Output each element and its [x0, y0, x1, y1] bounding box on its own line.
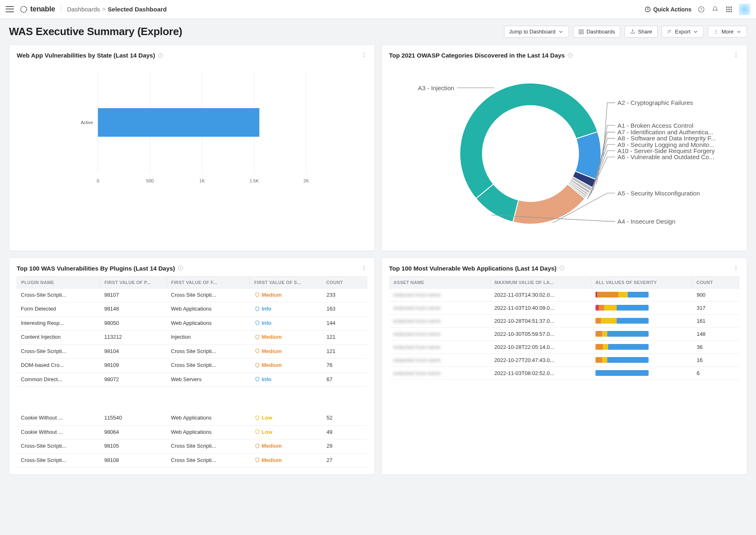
tenable-logo-icon [20, 5, 28, 13]
svg-text:i: i [180, 266, 181, 269]
cell-severity: Low [250, 426, 323, 440]
table-row[interactable]: redacted-host-name2022-10-28T04:51:37.0.… [389, 315, 740, 328]
col-severity[interactable]: ALL VALUES OF SEVERITY [591, 277, 692, 288]
dashboards-button[interactable]: Dashboards [573, 26, 620, 38]
svg-rect-8 [729, 9, 730, 10]
widget-owasp-donut: Top 2021 OWASP Categories Discovered in … [381, 44, 747, 251]
table-row[interactable]: redacted-host-name2022-11-03T08:02:52.0.… [389, 367, 740, 380]
col-count[interactable]: COUNT [692, 277, 739, 288]
table-row[interactable]: DOM-based Cro...98109Cross Site Scripti.… [17, 359, 367, 373]
cell-first-f: Web Applications [167, 317, 250, 331]
widget-top-assets: Top 100 Most Vulnerable Web Applications… [381, 258, 747, 475]
clock-icon [644, 6, 651, 13]
col-first-s[interactable]: FIRST VALUE OF S... [250, 277, 322, 288]
svg-point-61 [736, 267, 736, 268]
table-body: Cookie Without ...115540Web Applications… [17, 411, 367, 468]
cell-first-p: 98109 [100, 359, 167, 373]
table-row[interactable]: redacted-host-name2022-11-03T10:40:09.0.… [389, 302, 740, 315]
quick-actions-button[interactable]: Quick Actions [644, 6, 691, 13]
cell-sev-bar [591, 367, 693, 380]
svg-rect-7 [726, 9, 727, 10]
widget-vulns-by-state: Web App Vulnerabilities by State (Last 1… [9, 44, 375, 251]
breadcrumb: Dashboards > Selected Dashboard [67, 6, 167, 13]
svg-point-39 [736, 52, 736, 53]
widget-menu-icon[interactable] [733, 264, 739, 272]
more-button[interactable]: More [708, 26, 747, 38]
export-button[interactable]: Export [662, 26, 704, 38]
cell-severity: Medium [250, 440, 323, 453]
help-icon[interactable]: ? [697, 5, 705, 13]
table-row[interactable]: Cross-Site Scripti...98107Cross Site Scr… [17, 289, 367, 303]
svg-point-60 [736, 265, 736, 266]
share-button[interactable]: Share [624, 26, 658, 38]
svg-point-24 [364, 56, 364, 57]
table-body: Cross-Site Scripti...98107Cross Site Scr… [17, 289, 367, 387]
cell-severity: Medium [250, 454, 323, 468]
cell-asset-name: redacted-host-name [389, 341, 491, 353]
info-icon[interactable]: i [178, 265, 183, 271]
table-row[interactable]: Interesting Resp...98050Web Applications… [17, 317, 367, 331]
shield-icon [254, 415, 260, 421]
avatar[interactable] [739, 4, 750, 15]
svg-text:1K: 1K [199, 178, 205, 183]
cell-asset-name: redacted-host-name [389, 315, 491, 327]
severity-bar [595, 292, 649, 297]
table-row[interactable]: redacted-host-name2022-10-27T20:47:43.0.… [389, 354, 740, 367]
table-row[interactable]: redacted-host-name2022-10-30T05:59:57.0.… [389, 328, 740, 341]
info-icon[interactable]: i [158, 53, 163, 58]
widget-menu-icon[interactable] [733, 51, 739, 59]
col-first-f[interactable]: FIRST VALUE OF F... [167, 277, 250, 288]
cell-last: 2022-10-27T20:47:43.0... [490, 354, 591, 366]
cell-severity: Medium [250, 359, 323, 373]
shield-icon [254, 348, 260, 354]
col-asset-name[interactable]: ASSET NAME [390, 277, 491, 288]
widget-menu-icon[interactable] [361, 264, 367, 272]
table-row[interactable]: Common Direct...98072Web Servers Info67 [17, 373, 367, 387]
cell-plugin-name: Content Injection [17, 331, 100, 344]
svg-rect-11 [729, 11, 730, 12]
table-row[interactable]: Form Detected98148Web Applications Info1… [17, 302, 367, 317]
breadcrumb-root[interactable]: Dashboards [67, 6, 100, 13]
svg-text:A4 - Insecure Design: A4 - Insecure Design [617, 218, 675, 225]
col-count[interactable]: COUNT [322, 277, 367, 288]
widget-menu-icon[interactable] [361, 51, 367, 59]
shield-icon [254, 443, 260, 449]
cell-count: 6 [693, 367, 739, 380]
severity-bar [595, 318, 649, 324]
severity-badge: Medium [254, 334, 282, 340]
svg-rect-13 [579, 29, 581, 31]
cell-severity: Info [250, 317, 323, 331]
shield-icon [254, 306, 260, 312]
svg-text:A6 - Vulnerable and Outdated C: A6 - Vulnerable and Outdated Co... [617, 153, 714, 160]
table-row[interactable]: redacted-host-name2022-11-03T14:30:02.0.… [389, 289, 740, 302]
table-row[interactable]: Content Injection113212Injection Medium1… [17, 331, 367, 345]
cell-count: 317 [693, 302, 739, 314]
cell-sev-bar [591, 354, 693, 366]
svg-text:A1 - Broken Access Control: A1 - Broken Access Control [617, 122, 693, 129]
svg-point-18 [716, 31, 716, 32]
apps-grid-icon[interactable] [725, 5, 733, 13]
table-row[interactable]: Cross-Site Scripti...98105Cross Site Scr… [17, 440, 367, 454]
widget-title: Top 100 Most Vulnerable Web Applications… [389, 265, 557, 272]
table-row[interactable]: Cross-Site Scripti...98108Cross Site Scr… [17, 454, 367, 468]
cell-count: 49 [323, 426, 367, 440]
info-icon[interactable]: i [559, 265, 565, 271]
col-first-p[interactable]: FIRST VALUE OF P... [100, 277, 167, 288]
jump-to-dashboard-button[interactable]: Jump to Dashboard [504, 26, 569, 38]
cell-first-f: Cross Site Scripti... [167, 359, 250, 373]
col-plugin-name[interactable]: PLUGIN NAME [17, 277, 100, 288]
table-row[interactable]: redacted-host-name2022-10-28T22:05:14.0.… [389, 341, 740, 354]
brand-logo[interactable]: tenable [20, 5, 61, 13]
info-icon[interactable]: i [567, 53, 573, 58]
cell-first-p: 98050 [100, 317, 167, 331]
menu-icon[interactable] [6, 5, 14, 13]
severity-badge: Low [254, 415, 272, 421]
svg-text:A2 - Cryptographic Failures: A2 - Cryptographic Failures [617, 99, 693, 106]
table-row[interactable]: Cookie Without ...115540Web Applications… [17, 411, 367, 426]
svg-rect-4 [726, 7, 727, 8]
table-row[interactable]: Cookie Without ...98064Web Applications … [17, 426, 367, 440]
donut-chart: A3 - InjectionA2 - Cryptographic Failure… [389, 63, 740, 244]
bell-icon[interactable] [711, 5, 719, 13]
col-max-last[interactable]: MAXIMUM VALUE OF LA... [491, 277, 591, 288]
table-row[interactable]: Cross-Site Scripti...98104Cross Site Scr… [17, 345, 367, 359]
